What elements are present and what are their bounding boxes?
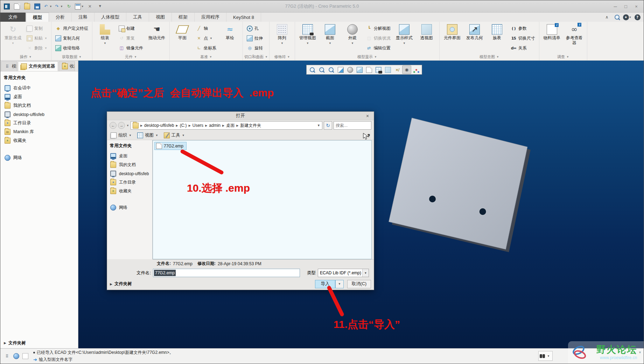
close-window-button[interactable]: × bbox=[86, 2, 94, 11]
tab-analysis[interactable]: 分析 bbox=[49, 13, 72, 22]
navigator-tab-folder-browser[interactable]: 文件夹浏览器 bbox=[18, 61, 58, 71]
ribbon-group-label[interactable]: 元件▼ bbox=[92, 53, 169, 60]
ribbon-button-datum-plane[interactable]: 平面 bbox=[172, 23, 192, 53]
new-file-button[interactable] bbox=[13, 2, 21, 11]
sidebar-item[interactable]: 网络 bbox=[0, 153, 78, 162]
ribbon-button-sketch[interactable]: ≈草绘 bbox=[220, 23, 240, 53]
breadcrumb-segment[interactable]: desktop-uf6sfeb bbox=[144, 123, 174, 128]
mounting-hole-right[interactable] bbox=[479, 208, 486, 215]
customize-button[interactable]: ▼ bbox=[96, 2, 104, 11]
window-switch-button[interactable]: ▼ bbox=[75, 2, 84, 11]
breadcrumb-dropdown-icon[interactable]: ▼ bbox=[317, 124, 320, 127]
folder-tree-expander[interactable]: ▶ 文件夹树 bbox=[0, 338, 78, 348]
ribbon-button-switch-dimensions[interactable]: 15切换尺寸 bbox=[509, 35, 537, 42]
tab-keyshot[interactable]: KeyShot 8 bbox=[226, 13, 261, 22]
graphics-viewport[interactable]: +−×/◉ 打开 × ← → ▼ ▶desktop-uf6sfeb▶(C:)▶U… bbox=[78, 61, 644, 348]
sidebar-item[interactable]: ✳收藏夹 bbox=[0, 136, 78, 145]
ribbon-button-relations[interactable]: d=关系 bbox=[509, 44, 537, 52]
maximize-button[interactable]: □ bbox=[621, 2, 631, 11]
breadcrumb-segment[interactable]: (C:) bbox=[180, 123, 187, 128]
dialog-toolbar-tools[interactable]: 工具▼ bbox=[164, 132, 185, 138]
import-button[interactable]: 导入 bbox=[315, 280, 335, 288]
zoom-out-button[interactable]: − bbox=[327, 66, 336, 74]
model-plate[interactable] bbox=[389, 118, 527, 249]
ribbon-button-edit-position[interactable]: ⇄编辑位置 bbox=[365, 44, 392, 52]
breadcrumb-segment[interactable]: 新建文件夹 bbox=[240, 123, 261, 129]
breadcrumb[interactable]: ▶desktop-uf6sfeb▶(C:)▶Users▶admin▶桌面▶新建文… bbox=[131, 121, 322, 130]
sidebar-item[interactable]: 在会话中 bbox=[0, 84, 78, 92]
dialog-close-icon[interactable]: × bbox=[364, 112, 371, 120]
tab-view[interactable]: 视图 bbox=[149, 13, 172, 22]
cancel-button[interactable]: 取消(C) bbox=[347, 280, 371, 288]
find-dropdown-icon[interactable]: ▼ bbox=[545, 355, 552, 358]
learning-button[interactable]: ✦▼ bbox=[624, 14, 631, 21]
navigator-tab-model-tree[interactable]: ⠿模型树 bbox=[1, 61, 17, 71]
ribbon-button-datum-point[interactable]: ×点▼ bbox=[195, 35, 218, 42]
type-dropdown[interactable]: ECAD Lib IDF (*.emp) ▼ bbox=[318, 269, 369, 277]
dialog-place-item[interactable]: 我的文档 bbox=[107, 160, 152, 169]
ribbon-group-label[interactable]: 操作▼ bbox=[0, 53, 51, 60]
dialog-title-bar[interactable]: 打开 × bbox=[107, 112, 374, 120]
ribbon-group-label[interactable]: 基准▼ bbox=[170, 53, 243, 60]
search-input[interactable] bbox=[334, 121, 371, 130]
zoom-in-button[interactable]: + bbox=[317, 66, 326, 74]
perspective-button[interactable] bbox=[383, 66, 392, 74]
ribbon-button-reference-viewer[interactable]: ∞参考查看器 bbox=[564, 23, 584, 53]
file-item[interactable]: 77G2.emp bbox=[154, 142, 187, 150]
ribbon-group-label[interactable]: 修饰符▼ bbox=[270, 53, 295, 60]
ribbon-button-assemble[interactable]: 组装▼ bbox=[95, 23, 115, 53]
ribbon-button-datum-csys[interactable]: ∟坐标系 bbox=[195, 44, 218, 52]
dialog-toolbar-organize[interactable]: 组织▼ bbox=[111, 132, 132, 138]
undo-button[interactable]: ↶▼ bbox=[43, 2, 52, 11]
ribbon-button-revolve[interactable]: ◎旋转 bbox=[245, 44, 264, 52]
display-style-button[interactable] bbox=[355, 66, 364, 74]
refresh-button[interactable]: ↻ bbox=[324, 121, 332, 130]
dialog-folder-tree-expander[interactable]: ▶ 文件夹树 bbox=[110, 281, 132, 287]
redo-button[interactable]: ↷▼ bbox=[54, 2, 63, 11]
ribbon-button-extrude[interactable]: 拉伸 bbox=[245, 35, 264, 42]
mounting-hole-left[interactable] bbox=[429, 195, 436, 202]
ribbon-button-shrinkwrap[interactable]: 收缩包络 bbox=[54, 44, 90, 52]
sidebar-item[interactable]: ▤Manikin 库 bbox=[0, 128, 78, 136]
ribbon-button-display-style[interactable]: 显示样式▼ bbox=[394, 23, 414, 53]
open-file-button[interactable] bbox=[23, 2, 31, 11]
file-list[interactable]: 77G2.emp bbox=[153, 140, 372, 259]
import-dropdown-icon[interactable]: ▼ bbox=[335, 280, 344, 288]
datum-display-button[interactable]: ×/ bbox=[393, 66, 402, 74]
ribbon-button-create[interactable]: 创建 bbox=[117, 25, 145, 32]
nav-history-icon[interactable]: ▼ bbox=[126, 124, 129, 127]
ribbon-button-bom[interactable]: 物料清单 bbox=[542, 23, 562, 53]
ribbon-button-copy-geometry[interactable]: 复制几何 bbox=[54, 35, 90, 42]
ribbon-button-datum-axis[interactable]: ╱轴 bbox=[195, 25, 218, 32]
sidebar-item[interactable]: 桌面 bbox=[0, 92, 78, 101]
save-button[interactable] bbox=[33, 2, 41, 11]
tab-model[interactable]: 模型 bbox=[26, 13, 49, 22]
tab-framework[interactable]: 框架 bbox=[172, 13, 195, 22]
ribbon-button-component-interface[interactable]: 元件界面 bbox=[442, 23, 462, 53]
ribbon-button-udf[interactable]: ◆用户定义特征 bbox=[54, 25, 90, 32]
ribbon-group-label[interactable]: 模型显示▼ bbox=[295, 53, 439, 60]
spin-center-button[interactable] bbox=[412, 66, 421, 74]
tab-annotate[interactable]: 注释 bbox=[72, 13, 94, 22]
dialog-place-item[interactable]: desktop-uf6sfeb bbox=[107, 169, 152, 178]
tab-applications[interactable]: 应用程序 bbox=[195, 13, 226, 22]
ribbon-button-manage-views[interactable]: 管理视图▼ bbox=[298, 23, 318, 53]
forward-button[interactable]: → bbox=[118, 122, 125, 129]
collapse-ribbon-button[interactable]: ∧ bbox=[603, 14, 610, 21]
ribbon-button-parameters[interactable]: ( )参数 bbox=[509, 25, 537, 32]
search-button[interactable] bbox=[614, 14, 621, 21]
tab-file[interactable]: 文件 bbox=[0, 13, 26, 22]
app-button[interactable] bbox=[2, 2, 11, 11]
ribbon-group-label[interactable]: 调查▼ bbox=[539, 53, 587, 60]
refit-button[interactable] bbox=[336, 66, 345, 74]
back-button[interactable]: ← bbox=[110, 122, 117, 129]
saved-orientations-button[interactable] bbox=[364, 66, 373, 74]
tab-tools[interactable]: 工具 bbox=[126, 13, 149, 22]
find-tool[interactable]: ▼ bbox=[538, 351, 553, 361]
ribbon-button-section[interactable]: 截面▼ bbox=[320, 23, 340, 53]
breadcrumb-segment[interactable]: Users bbox=[192, 123, 203, 128]
sidebar-item[interactable]: 我的文档 bbox=[0, 101, 78, 110]
minimize-button[interactable]: ─ bbox=[610, 2, 621, 11]
ribbon-group-label[interactable]: 模型意图▼ bbox=[440, 53, 539, 60]
ribbon-button-publish-geometry[interactable]: ↗发布几何 bbox=[464, 23, 485, 53]
